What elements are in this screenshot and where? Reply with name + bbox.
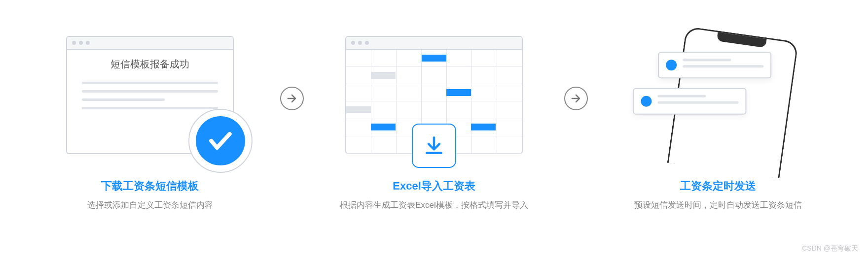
- avatar-icon: [641, 96, 651, 106]
- browser-heading: 短信模板报备成功: [67, 50, 233, 76]
- step-1-illustration: 短信模板报备成功: [66, 26, 234, 164]
- spreadsheet-titlebar: [346, 37, 522, 50]
- step-1-desc: 选择或添加自定义工资条短信内容: [87, 199, 213, 211]
- step-3-illustration: [647, 26, 790, 164]
- download-icon: [423, 135, 445, 157]
- download-badge: [412, 124, 456, 168]
- phone-mockup: [667, 26, 799, 178]
- message-card: [658, 52, 771, 78]
- steps-container: 短信模板报备成功 下载工资条短信模板 选择或添加自定义工资条短信内容: [0, 0, 868, 236]
- text-line: [82, 98, 165, 101]
- step-3-title: 工资条定时发送: [680, 179, 756, 193]
- watermark-text: CSDN @苍穹破天: [802, 244, 858, 253]
- browser-titlebar: [67, 37, 233, 50]
- browser-mockup: 短信模板报备成功: [66, 36, 234, 154]
- check-badge: [188, 109, 253, 173]
- step-1-title: 下载工资条短信模板: [101, 179, 199, 193]
- arrow-right-icon: [280, 87, 304, 110]
- step-2: Excel导入工资表 根据内容生成工资表Excel模板，按格式填写并导入: [314, 26, 554, 211]
- step-3-desc: 预设短信发送时间，定时自动发送工资条短信: [634, 199, 802, 211]
- step-3: 工资条定时发送 预设短信发送时间，定时自动发送工资条短信: [598, 26, 838, 211]
- message-card: [633, 88, 746, 114]
- text-line: [82, 82, 218, 84]
- check-icon: [207, 127, 234, 155]
- text-line: [82, 107, 218, 109]
- avatar-icon: [666, 60, 677, 70]
- step-1: 短信模板报备成功 下载工资条短信模板 选择或添加自定义工资条短信内容: [30, 26, 270, 211]
- phone-notch: [717, 32, 767, 48]
- arrow-right-icon: [564, 87, 588, 110]
- text-line: [82, 90, 218, 93]
- spreadsheet-mockup: [345, 36, 523, 154]
- step-2-desc: 根据内容生成工资表Excel模板，按格式填写并导入: [340, 199, 528, 211]
- step-2-illustration: [345, 26, 523, 164]
- step-2-title: Excel导入工资表: [393, 179, 475, 193]
